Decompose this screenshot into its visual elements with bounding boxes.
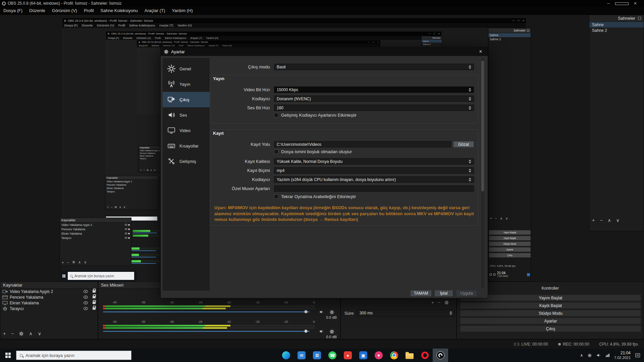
add-scene-button[interactable]: + [592, 218, 595, 223]
taskbar-app-pink[interactable]: ♥ [371, 349, 386, 362]
settings-tab-video[interactable]: Video [163, 123, 210, 138]
replay-checkbox[interactable] [274, 194, 278, 199]
video-bitrate-input[interactable]: 15000 Kbps [274, 86, 474, 93]
spinner-arrows-icon[interactable] [447, 311, 452, 315]
settings-tab-cikis[interactable]: Çıkış [163, 92, 210, 107]
speaker-icon[interactable] [319, 309, 324, 316]
gear-icon[interactable] [330, 329, 334, 335]
settings-tab-yayin[interactable]: Yayın [163, 76, 210, 92]
eye-icon[interactable] [84, 296, 88, 299]
signal-icon[interactable] [606, 354, 609, 357]
volume-slider[interactable] [103, 311, 310, 312]
nested-right-dock: Sahneler Sahne Sahne 2 +−∧∨ Yayını Başla… [488, 28, 531, 282]
main-titlebar: OBS 25.0.8 (64-bit, windows) - Profil: İ… [0, 0, 644, 7]
menu-yardim[interactable]: Yardım (H) [168, 7, 196, 15]
taskbar-app-opera[interactable] [417, 349, 433, 362]
action-center-icon[interactable] [635, 353, 640, 357]
menu-duzenle[interactable]: Düzenle [26, 7, 49, 15]
lock-icon[interactable] [93, 307, 96, 310]
cancel-button[interactable]: İptal [434, 290, 453, 297]
start-button[interactable] [0, 349, 16, 362]
move-scene-up-button[interactable]: ∧ [607, 218, 611, 223]
taskbar-app-edge[interactable] [278, 349, 294, 362]
scene-item[interactable]: Sahne [589, 22, 644, 27]
dialog-scrollbar[interactable] [481, 58, 484, 289]
recording-path-input[interactable]: C:\Users\monster\Videos [274, 141, 451, 147]
exit-button[interactable]: Çıkış [460, 325, 641, 332]
recording-format-select[interactable]: mp4 [274, 167, 474, 174]
taskbar-app-whatsapp[interactable]: ☎ [325, 349, 340, 362]
taskbar-app-chrome[interactable] [386, 349, 402, 362]
source-item[interactable]: Video Yakalama Aygıtı 2 [0, 289, 98, 294]
audio-bitrate-row: Ses Bit Hızı 160 [211, 105, 474, 111]
close-button[interactable]: × [629, 0, 642, 7]
settings-tab-gelismis[interactable]: Gelişmiş [163, 154, 210, 169]
source-item[interactable]: Pencere Yakalama [0, 294, 98, 300]
taskbar-app-camera[interactable]: ▣ [356, 349, 371, 362]
minimize-button[interactable]: ─ [602, 0, 615, 7]
dock-config-icon[interactable] [638, 17, 641, 20]
menu-araclar[interactable]: Araçlar (T) [141, 7, 168, 15]
taskbar-app-store[interactable] [309, 349, 325, 362]
tray-expand-icon[interactable]: ∧ [580, 353, 583, 358]
settings-button[interactable]: Ayarlar [460, 318, 641, 324]
menu-sahne-koleksiyonu[interactable]: Sahne Koleksiyonu [97, 7, 141, 15]
eye-icon[interactable] [84, 290, 88, 293]
dialog-scrollbar-thumb[interactable] [481, 61, 484, 191]
taskbar-app-explorer[interactable] [402, 349, 417, 362]
gear-icon[interactable] [330, 310, 334, 316]
volume-slider-handle[interactable] [304, 310, 308, 313]
volume-slider[interactable] [103, 331, 310, 332]
muxer-input[interactable] [274, 185, 474, 192]
audio-bitrate-select[interactable]: 160 [274, 105, 474, 111]
settings-tab-ses[interactable]: Ses [163, 107, 210, 123]
output-mode-select[interactable]: Basit [274, 64, 474, 70]
source-properties-button[interactable] [19, 331, 23, 336]
network-icon[interactable]: ⊕ [588, 353, 592, 358]
move-source-down-button[interactable]: ∨ [38, 331, 41, 336]
spinner-arrows-icon[interactable] [467, 88, 471, 92]
menu-gorunum[interactable]: Görünüm (V) [49, 7, 80, 15]
taskbar-app-red[interactable]: ● [340, 349, 356, 362]
lock-icon[interactable] [93, 296, 96, 298]
recording-encoder-select[interactable]: Yazılım (x264 düşük CPU kullanım önayarı… [274, 176, 474, 183]
settings-tab-kisayollar[interactable]: Kısayollar [163, 138, 210, 154]
settings-tab-genel[interactable]: Genel [163, 61, 210, 76]
remove-transition-button[interactable]: − [438, 300, 441, 305]
transition-properties-button[interactable] [444, 300, 449, 305]
speaker-icon[interactable] [596, 353, 601, 358]
start-recording-button[interactable]: Kaydı Başlat [460, 302, 641, 309]
add-transition-button[interactable]: + [431, 300, 434, 305]
add-source-button[interactable]: + [3, 331, 6, 336]
source-item[interactable]: Ekran Yakalama [0, 300, 98, 306]
stream-encoder-select[interactable]: Donanım (NVENC) [274, 96, 474, 102]
menu-dosya[interactable]: Dosya (F) [0, 7, 26, 15]
lock-icon[interactable] [93, 290, 96, 293]
studio-mode-button[interactable]: Stüdyo Modu [460, 310, 641, 316]
eye-icon[interactable] [84, 307, 88, 310]
move-source-up-button[interactable]: ∧ [29, 331, 32, 336]
taskbar-app-mail[interactable]: ✉ [294, 349, 309, 362]
remove-source-button[interactable]: − [11, 331, 14, 336]
apply-button[interactable]: Uygula [456, 290, 477, 297]
volume-slider-handle[interactable] [304, 329, 308, 333]
move-scene-down-button[interactable]: ∨ [616, 218, 620, 223]
maximize-button[interactable] [615, 0, 629, 7]
recording-quality-select[interactable]: Yüksek Kalite, Normal Dosya Boyutu [274, 158, 474, 165]
ok-button[interactable]: TAMAM [410, 290, 432, 297]
taskbar-app-obs[interactable] [433, 349, 448, 362]
eye-icon[interactable] [84, 301, 88, 304]
nospace-checkbox[interactable] [274, 149, 278, 154]
remove-scene-button[interactable]: − [600, 218, 602, 223]
browse-button[interactable]: Gözat [453, 141, 474, 147]
menu-profil[interactable]: Profil [80, 7, 97, 15]
close-icon[interactable]: × [477, 49, 484, 55]
duration-spinbox[interactable]: 300 ms [357, 309, 455, 317]
speaker-icon[interactable] [319, 329, 324, 335]
lock-icon[interactable] [93, 302, 96, 304]
advanced-encoder-checkbox[interactable] [274, 113, 278, 117]
taskbar-clock[interactable]: 21:04 7.02.2021 [614, 351, 631, 359]
scene-item[interactable]: Sahne 2 [589, 27, 644, 33]
source-item[interactable]: Tarayıcı [0, 306, 98, 311]
taskbar-search-input[interactable]: Aramak için buraya yazın [16, 351, 131, 360]
